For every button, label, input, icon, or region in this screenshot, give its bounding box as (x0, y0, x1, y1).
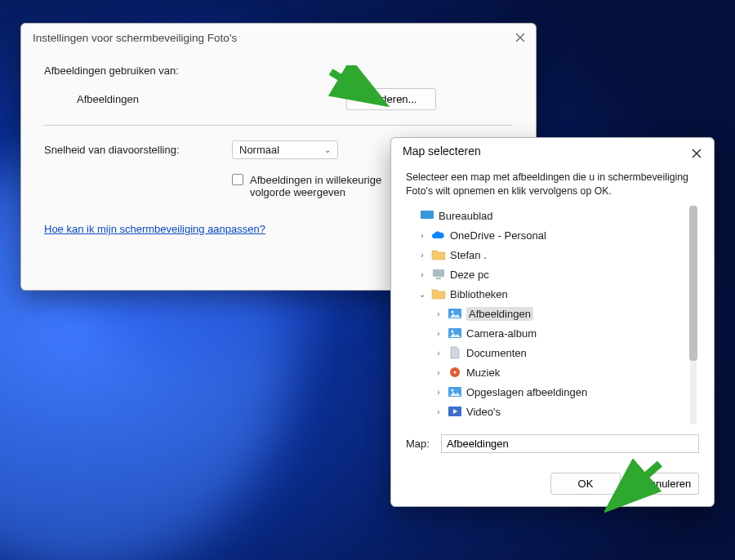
tree-desktop[interactable]: Bureaublad (406, 206, 683, 225)
svg-rect-0 (421, 211, 434, 219)
tree-thispc[interactable]: › Deze pc (406, 264, 683, 284)
browse-button[interactable]: Bladeren... (346, 88, 436, 110)
tree-documents[interactable]: › Documenten (406, 343, 683, 362)
chevron-right-icon: › (417, 270, 427, 279)
cloud-icon (431, 229, 446, 242)
tree-saved[interactable]: › Opgeslagen afbeeldingen (406, 382, 683, 402)
chevron-right-icon: › (434, 309, 443, 318)
cancel-button[interactable]: Annuleren (629, 473, 699, 495)
chevron-right-icon: › (434, 388, 443, 397)
browse-folder-dialog: Map selecteren Selecteer een map met afb… (390, 137, 715, 507)
pictures-icon (448, 385, 462, 398)
chevron-right-icon: › (434, 368, 443, 377)
svg-point-4 (452, 311, 454, 313)
svg-point-6 (452, 331, 454, 333)
browse-instruction: Selecteer een map met afbeeldingen die u… (406, 171, 699, 198)
chevron-right-icon: › (434, 329, 443, 338)
help-link[interactable]: Hoe kan ik mijn schermbeveiliging aanpas… (44, 223, 265, 235)
ok-button[interactable]: OK (550, 473, 621, 495)
tree-onedrive[interactable]: › OneDrive - Personal (406, 225, 683, 245)
shuffle-label: Afbeeldingen in willekeurige volgorde we… (250, 174, 413, 198)
video-icon (448, 405, 462, 418)
svg-point-10 (452, 389, 454, 392)
chevron-right-icon: › (417, 251, 427, 260)
tree-camera[interactable]: › Camera-album (406, 323, 683, 343)
tree-user[interactable]: › Stefan . (406, 245, 683, 264)
map-input[interactable] (441, 434, 699, 453)
speed-label: Snelheid van diavoorstelling: (44, 144, 232, 156)
speed-select[interactable]: Normaal ⌄ (232, 140, 338, 159)
tree-music[interactable]: › Muziek (406, 362, 683, 382)
pc-icon (431, 268, 446, 281)
speed-value: Normaal (239, 144, 279, 156)
pictures-icon (448, 307, 462, 320)
chevron-down-icon: ⌄ (324, 145, 331, 154)
shuffle-checkbox[interactable] (232, 174, 243, 185)
close-icon[interactable] (689, 146, 704, 161)
tree-dvd[interactable]: › Dvd-station (D:) (406, 421, 683, 424)
chevron-down-icon: ⌄ (417, 290, 427, 299)
folder-icon (431, 248, 446, 261)
document-icon (448, 346, 462, 359)
chevron-right-icon: › (434, 349, 443, 358)
divider (44, 125, 513, 126)
settings-title: Instellingen voor schermbeveiliging Foto… (33, 32, 237, 44)
tree-pictures[interactable]: › Afbeeldingen (406, 304, 683, 323)
map-label: Map: (406, 438, 430, 450)
tree-videos[interactable]: › Video's (406, 402, 683, 421)
svg-point-8 (454, 371, 457, 374)
tree-scrollbar[interactable] (688, 206, 699, 424)
tree-libraries[interactable]: ⌄ Bibliotheken (406, 284, 683, 304)
desktop-icon (420, 209, 434, 222)
svg-rect-2 (436, 278, 441, 279)
browse-title: Map selecteren (403, 144, 481, 158)
images-path-label: Afbeeldingen (77, 93, 346, 105)
music-icon (448, 366, 462, 379)
folder-icon (431, 287, 446, 300)
use-images-from-label: Afbeeldingen gebruiken van: (44, 64, 513, 77)
pictures-icon (448, 327, 462, 340)
close-icon[interactable] (513, 30, 528, 45)
svg-rect-1 (433, 269, 444, 277)
chevron-right-icon: › (417, 231, 427, 240)
chevron-right-icon: › (434, 407, 443, 416)
settings-titlebar: Instellingen voor schermbeveiliging Foto… (21, 24, 536, 50)
folder-tree[interactable]: Bureaublad › OneDrive - Personal › Stefa… (406, 206, 699, 424)
